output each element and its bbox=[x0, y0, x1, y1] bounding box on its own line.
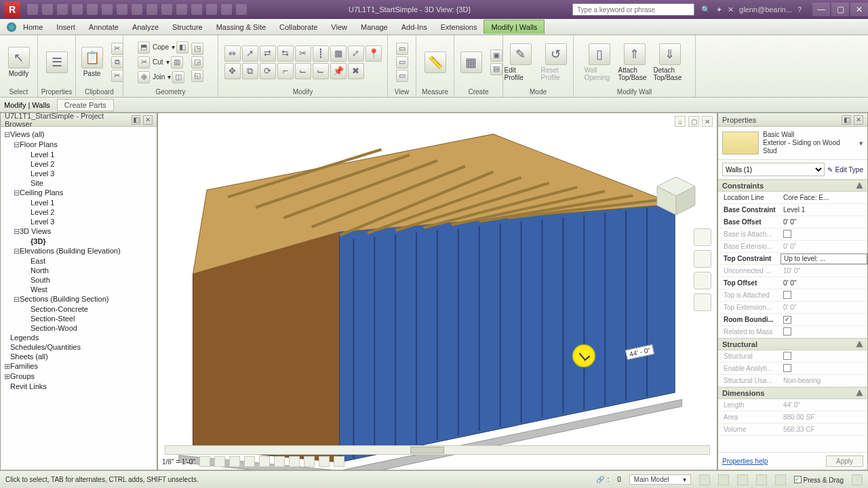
geom1-icon[interactable]: ◳ bbox=[191, 43, 203, 55]
split-icon[interactable]: ◫ bbox=[172, 71, 184, 83]
steering-wheel-icon[interactable] bbox=[694, 228, 711, 246]
tree-item[interactable]: Level 3 bbox=[2, 169, 155, 178]
cut-clip-icon[interactable]: ✂ bbox=[111, 70, 123, 82]
render-icon[interactable] bbox=[259, 456, 270, 467]
select-links-icon[interactable] bbox=[737, 474, 748, 485]
unpin-icon[interactable]: 📌 bbox=[330, 63, 347, 79]
tab-view[interactable]: View bbox=[324, 20, 354, 34]
tree-item[interactable]: Section-Steel bbox=[2, 314, 155, 323]
selection-count-icon[interactable]: 🔗 bbox=[596, 476, 604, 483]
detail-level-icon[interactable] bbox=[199, 456, 210, 467]
browser-collapse-icon[interactable]: ◧ bbox=[132, 115, 141, 125]
geom2-icon[interactable]: ◲ bbox=[191, 56, 203, 68]
cutgeom-icon[interactable]: ✂ bbox=[138, 56, 150, 68]
select-underlay-icon[interactable] bbox=[756, 474, 767, 485]
zoom-icon[interactable] bbox=[694, 272, 711, 289]
tree-item[interactable]: Schedules/Quantities bbox=[2, 342, 155, 352]
property-row[interactable]: Area880.00 SF bbox=[718, 411, 867, 424]
workset-combo[interactable]: Main Model▾ bbox=[629, 474, 691, 485]
paste-button[interactable]: 📋Paste bbox=[76, 39, 108, 85]
property-row[interactable]: Base is Attach... bbox=[718, 228, 867, 241]
property-row[interactable]: Length44' 0" bbox=[718, 399, 867, 411]
close-button[interactable]: ✕ bbox=[850, 3, 868, 16]
property-row[interactable]: Room Boundi... bbox=[718, 314, 867, 326]
property-row[interactable]: Volume568.33 CF bbox=[718, 424, 867, 436]
qat-sync-icon[interactable] bbox=[161, 4, 172, 15]
property-row[interactable]: Location LineCore Face: E... bbox=[718, 192, 867, 204]
mirror-axis-icon[interactable]: ⇄ bbox=[260, 45, 276, 62]
property-row[interactable]: Enable Analyti... bbox=[718, 363, 867, 375]
tab-extensions[interactable]: Extensions bbox=[434, 20, 484, 34]
qat-text-icon[interactable] bbox=[132, 4, 142, 15]
viewport-3d[interactable]: ⌂ ▢ ✕ bbox=[157, 113, 717, 470]
assembly-icon[interactable]: ▤ bbox=[490, 63, 502, 75]
qat-thin-icon[interactable] bbox=[206, 4, 217, 15]
create-button[interactable]: ▦ bbox=[455, 39, 488, 85]
splitgap-icon[interactable]: ┋ bbox=[313, 45, 329, 62]
detach-button[interactable]: ⇓Detach Top/Base bbox=[654, 39, 686, 85]
matchtype-icon[interactable]: ✂ bbox=[111, 43, 123, 55]
tab-insert[interactable]: Insert bbox=[50, 20, 82, 34]
view1-icon[interactable]: ▭ bbox=[396, 43, 408, 55]
notch-icon[interactable]: ◧ bbox=[176, 41, 189, 54]
property-row[interactable]: Base Extensio...0' 0" bbox=[718, 241, 867, 253]
trim-icon[interactable]: ⌐ bbox=[277, 63, 294, 79]
app-logo-icon[interactable]: R bbox=[4, 1, 20, 18]
browser-tree[interactable]: ⊟Views (all)⊟Floor PlansLevel 1Level 2Le… bbox=[1, 127, 157, 470]
exchange-icon[interactable]: ✕ bbox=[728, 5, 734, 14]
tab-collaborate[interactable]: Collaborate bbox=[273, 20, 324, 34]
properties-grid[interactable]: Constraints⯅Location LineCore Face: E...… bbox=[718, 180, 867, 452]
mirror-draw-icon[interactable]: ⇆ bbox=[277, 45, 294, 62]
sun-path-icon[interactable] bbox=[229, 456, 240, 467]
tab-add-ins[interactable]: Add-Ins bbox=[395, 20, 434, 34]
property-row[interactable]: Top Extension...0' 0" bbox=[718, 302, 867, 314]
viewport-scrollbar[interactable] bbox=[165, 445, 710, 455]
tree-item[interactable]: Section-Wood bbox=[2, 323, 155, 333]
property-row[interactable]: Top ConstraintUp to level: ... bbox=[718, 253, 867, 265]
property-row[interactable]: Top Offset0' 0" bbox=[718, 277, 867, 289]
orbit-icon[interactable] bbox=[694, 293, 711, 311]
array-icon[interactable]: ▦ bbox=[330, 45, 347, 62]
pan-icon[interactable] bbox=[694, 250, 711, 268]
qat-close-icon[interactable] bbox=[221, 4, 232, 15]
tree-item[interactable]: South bbox=[2, 275, 155, 285]
delete-icon[interactable]: ✖ bbox=[348, 63, 364, 79]
scale-label[interactable]: 1/8" = 1'-0" bbox=[162, 458, 195, 466]
temporary-hide-icon[interactable] bbox=[319, 456, 330, 467]
property-row[interactable]: Base Offset0' 0" bbox=[718, 216, 867, 228]
visual-style-icon[interactable] bbox=[214, 456, 225, 467]
edit-type-button[interactable]: ✎Edit Type bbox=[827, 166, 863, 174]
tab-annotate[interactable]: Annotate bbox=[82, 20, 125, 34]
filter-icon[interactable] bbox=[852, 474, 863, 485]
tree-item[interactable]: Section-Concrete bbox=[2, 304, 155, 314]
app-menu-icon[interactable] bbox=[7, 22, 16, 32]
view2-icon[interactable]: ▭ bbox=[396, 56, 408, 68]
splitel-icon[interactable]: ✂ bbox=[295, 45, 311, 62]
view3-icon[interactable]: ▭ bbox=[396, 70, 408, 82]
wallcut-icon[interactable]: ▥ bbox=[171, 56, 183, 68]
tree-item[interactable]: ⊟Ceiling Plans bbox=[2, 188, 155, 198]
tab-massing-site[interactable]: Massing & Site bbox=[210, 20, 273, 34]
crop-region-icon[interactable] bbox=[289, 456, 300, 467]
qat-measure-icon[interactable] bbox=[102, 4, 113, 15]
property-row[interactable]: Structural Usa...Non-bearing bbox=[718, 375, 867, 387]
tree-item[interactable]: ⊟Elevations (Building Elevation) bbox=[2, 246, 155, 256]
tree-item[interactable]: Level 2 bbox=[2, 159, 155, 169]
subscription-icon[interactable]: ✦ bbox=[716, 5, 722, 14]
property-row[interactable]: Structural bbox=[718, 350, 867, 363]
offset-icon[interactable]: ↗ bbox=[242, 45, 258, 62]
copy2-icon[interactable]: ⧉ bbox=[242, 63, 258, 79]
type-selector[interactable]: Basic WallExterior - Siding on Wood Stud… bbox=[718, 127, 867, 160]
press-drag-checkbox[interactable] bbox=[794, 476, 802, 483]
tab-manage[interactable]: Manage bbox=[354, 20, 395, 34]
qat-dim-icon[interactable] bbox=[146, 4, 157, 15]
tree-item[interactable]: East bbox=[2, 256, 155, 266]
reveal-icon[interactable] bbox=[334, 456, 344, 467]
trim-single-icon[interactable]: ⌙ bbox=[295, 63, 311, 79]
trim-multi-icon[interactable]: ⌙ bbox=[313, 63, 329, 79]
scale-icon[interactable]: ⤢ bbox=[348, 45, 364, 62]
properties-help-link[interactable]: Properties help bbox=[722, 458, 768, 465]
tab-modify-walls[interactable]: Modify | Walls bbox=[484, 20, 545, 34]
qat-switch-icon[interactable] bbox=[236, 4, 247, 15]
join-icon[interactable]: ⊕ bbox=[138, 71, 150, 83]
